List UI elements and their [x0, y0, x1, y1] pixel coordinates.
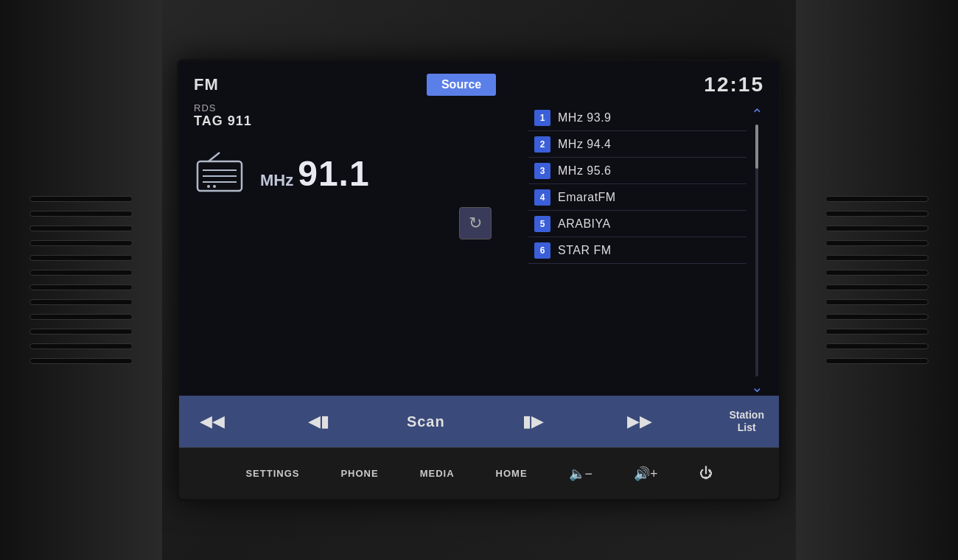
vent-slot [825, 284, 929, 290]
station-list-item[interactable]: 6STAR FM [528, 238, 747, 264]
screen-main-area: FM Source 12:15 RDS TAG 911 [179, 61, 779, 396]
vent-slot [29, 270, 133, 276]
vent-slot [825, 211, 929, 217]
svg-point-5 [207, 185, 210, 188]
tag-label: TAG 911 [194, 113, 514, 129]
vent-slot [29, 211, 133, 217]
source-button[interactable]: Source [427, 74, 496, 96]
vent-slot [29, 196, 133, 202]
right-vent [796, 0, 958, 560]
power-button[interactable]: ⏻ [693, 463, 718, 484]
station-number-badge: 2 [534, 136, 550, 153]
media-button[interactable]: MEDIA [414, 465, 461, 482]
radio-display: MHz 91.1 [194, 151, 514, 195]
station-number-badge: 6 [534, 242, 550, 259]
station-name-label: MHz 94.4 [558, 138, 611, 151]
home-button[interactable]: HOME [490, 465, 534, 482]
station-list-item[interactable]: 1MHz 93.9 [528, 105, 747, 131]
scroll-down-icon[interactable]: ⌄ [751, 379, 763, 394]
refresh-button[interactable]: ↻ [459, 207, 492, 239]
physical-buttons-row: SETTINGS PHONE MEDIA HOME 🔈− 🔊+ ⏻ [179, 447, 779, 499]
station-list-button[interactable]: StationList [730, 409, 764, 434]
vent-slot [29, 299, 133, 305]
vent-slot [29, 358, 133, 364]
vent-slot [825, 240, 929, 246]
station-number-badge: 4 [534, 189, 550, 206]
scan-button[interactable]: Scan [407, 413, 445, 430]
vent-slot [29, 343, 133, 349]
infotainment-screen: FM Source 12:15 RDS TAG 911 [177, 59, 781, 501]
vent-slot [825, 225, 929, 231]
clock-display: 12:15 [704, 73, 764, 97]
scrollbar[interactable]: ⌃ ⌄ [749, 105, 764, 396]
next-track-button[interactable]: ▶▶ [621, 409, 658, 434]
settings-button[interactable]: SETTINGS [240, 465, 305, 482]
vent-slot [825, 299, 929, 305]
station-number-badge: 1 [534, 110, 550, 126]
radio-icon [194, 151, 245, 195]
station-name-label: STAR FM [558, 244, 612, 257]
prev-button[interactable]: ◀▮ [302, 409, 335, 434]
prev-track-button[interactable]: ◀◀ [194, 409, 231, 434]
fm-label: FM [194, 75, 219, 94]
scroll-up-icon[interactable]: ⌃ [751, 107, 763, 122]
station-list-item[interactable]: 5ARABIYA [528, 211, 747, 237]
scroll-track [755, 125, 758, 377]
vent-slot [29, 314, 133, 320]
station-list-item[interactable]: 3MHz 95.6 [528, 158, 747, 184]
station-list-item[interactable]: 2MHz 94.4 [528, 132, 747, 158]
frequency-value: 91.1 [298, 153, 369, 194]
left-vent [0, 0, 162, 560]
volume-up-button[interactable]: 🔊+ [628, 463, 664, 485]
car-background: © DUBICARS.com FM [0, 0, 958, 560]
vent-slot [825, 255, 929, 261]
rds-label: RDS [194, 102, 514, 113]
top-bar: FM Source 12:15 [194, 73, 764, 97]
vent-slot [825, 329, 929, 335]
svg-point-6 [213, 185, 216, 188]
station-name-label: EmaratFM [558, 191, 616, 204]
content-area: RDS TAG 911 [194, 102, 764, 396]
stations-list: 1MHz 93.92MHz 94.43MHz 95.64EmaratFM5ARA… [528, 105, 747, 396]
volume-down-button[interactable]: 🔈− [563, 463, 599, 485]
vent-slot [825, 196, 929, 202]
vent-slot [825, 358, 929, 364]
station-name-label: MHz 93.9 [558, 111, 611, 125]
scroll-thumb [755, 125, 758, 169]
station-list-item[interactable]: 4EmaratFM [528, 185, 747, 211]
vent-slot [29, 255, 133, 261]
phone-button[interactable]: PHONE [335, 465, 384, 482]
rds-info: RDS TAG 911 [194, 102, 514, 129]
next-button[interactable]: ▮▶ [517, 409, 550, 434]
vent-slot [29, 284, 133, 290]
vent-slot [29, 240, 133, 246]
control-bar: ◀◀ ◀▮ Scan ▮▶ ▶▶ StationList [179, 396, 779, 447]
svg-line-0 [209, 153, 220, 161]
vent-slot [825, 314, 929, 320]
frequency-display: MHz 91.1 [260, 153, 370, 194]
right-panel: 1MHz 93.92MHz 94.43MHz 95.64EmaratFM5ARA… [528, 102, 764, 396]
vent-slot [29, 329, 133, 335]
vent-slot [825, 343, 929, 349]
station-number-badge: 3 [534, 163, 550, 179]
station-name-label: MHz 95.6 [558, 164, 611, 178]
mhz-prefix: MHz [260, 171, 293, 190]
vent-slot [825, 270, 929, 276]
left-panel: RDS TAG 911 [194, 102, 528, 396]
station-name-label: ARABIYA [558, 217, 611, 231]
vent-slot [29, 225, 133, 231]
station-number-badge: 5 [534, 216, 550, 232]
